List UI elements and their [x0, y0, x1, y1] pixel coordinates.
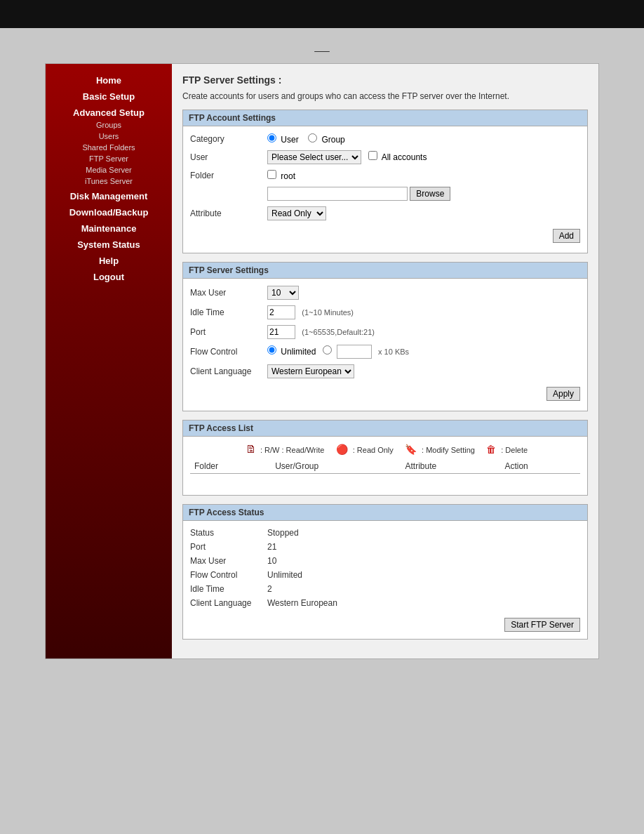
flow-control-control: Unlimited x 10 KBs	[267, 345, 580, 359]
max-user-row: Max User 10 20 50 100	[190, 286, 580, 300]
status-flow-control-label: Flow Control	[190, 570, 267, 580]
header-area	[0, 35, 644, 63]
folder-root-label: root	[281, 171, 295, 181]
status-client-language-label: Client Language	[190, 598, 267, 608]
status-value: Stopped	[267, 528, 299, 538]
max-user-select[interactable]: 10 20 50 100	[267, 286, 299, 300]
col-action: Action	[500, 459, 580, 474]
apply-button[interactable]: Apply	[546, 387, 580, 401]
start-ftp-server-button[interactable]: Start FTP Server	[504, 618, 580, 632]
flow-unlimited-radio[interactable]	[267, 345, 276, 355]
sidebar-item-ftp-server[interactable]: FTP Server	[46, 153, 172, 164]
col-user-group: User/Group	[271, 459, 401, 474]
ftp-server-section: FTP Server Settings Max User 10 20 50 10…	[182, 262, 588, 411]
content-area: FTP Server Settings : Create accounts fo…	[172, 64, 598, 658]
client-language-label: Client Language	[190, 366, 267, 376]
ftp-access-status-header: FTP Access Status	[183, 505, 587, 521]
rw-label: : R/W : Read/Write	[260, 446, 324, 454]
sidebar-item-help[interactable]: Help	[46, 254, 172, 267]
category-control: User Group	[267, 133, 580, 145]
user-select[interactable]: Please Select user...	[267, 150, 361, 164]
ftp-server-header: FTP Server Settings	[183, 263, 587, 279]
browse-button[interactable]: Browse	[410, 187, 450, 201]
add-row: Add	[190, 226, 580, 246]
max-user-label: Max User	[190, 288, 267, 298]
access-table: Folder User/Group Attribute Action	[190, 459, 580, 488]
category-user-label: User	[281, 135, 298, 145]
sidebar-item-logout[interactable]: Logout	[46, 270, 172, 284]
folder-root-checkbox[interactable]	[267, 170, 276, 179]
flow-control-label: Flow Control	[190, 347, 267, 357]
apply-row: Apply	[190, 384, 580, 404]
max-user-control: 10 20 50 100	[267, 286, 580, 300]
port-control: (1~65535,Default:21)	[267, 325, 580, 339]
sidebar-item-users[interactable]: Users	[46, 131, 172, 142]
status-flow-control-row: Flow Control Unlimited	[190, 570, 580, 580]
page-title: FTP Server Settings :	[182, 74, 588, 86]
idle-time-row: Idle Time (1~10 Minutes)	[190, 305, 580, 319]
status-status-row: Status Stopped	[190, 528, 580, 538]
folder-row: Folder root	[190, 170, 580, 181]
all-accounts-checkbox[interactable]	[368, 151, 377, 160]
add-button[interactable]: Add	[553, 229, 580, 243]
del-label: : Delete	[501, 446, 528, 454]
ms-label: : Modify Setting	[422, 446, 475, 454]
main-container: Home Basic Setup Advanced Setup Groups U…	[45, 63, 599, 659]
flow-custom-radio[interactable]	[323, 345, 332, 355]
attribute-select[interactable]: Read Only Read/Write	[267, 206, 326, 220]
sidebar-item-itunes-server[interactable]: iTunes Server	[46, 176, 172, 187]
flow-unit: x 10 KBs	[378, 348, 409, 356]
ftp-access-list-header: FTP Access List	[183, 421, 587, 437]
folder-control: root	[267, 170, 580, 181]
sidebar-item-shared-folders[interactable]: Shared Folders	[46, 142, 172, 153]
top-bar	[0, 0, 644, 28]
rw-icon: 🖺	[246, 444, 255, 455]
category-group-label: Group	[321, 135, 344, 145]
category-user-radio[interactable]	[267, 133, 276, 143]
sidebar-item-disk-management[interactable]: Disk Management	[46, 190, 172, 203]
status-max-user-label: Max User	[190, 556, 267, 566]
sidebar-item-advanced-setup[interactable]: Advanced Setup	[46, 106, 172, 119]
table-row-empty	[190, 474, 580, 489]
status-idle-time-row: Idle Time 2	[190, 584, 580, 594]
page-wrapper: Home Basic Setup Advanced Setup Groups U…	[0, 28, 644, 834]
ftp-account-body: Category User Group User	[183, 126, 587, 253]
client-language-select[interactable]: Western European UTF-8	[267, 364, 354, 378]
ro-icon: 🔴	[336, 444, 348, 455]
status-idle-time-value: 2	[267, 584, 272, 594]
sidebar-item-system-status[interactable]: System Status	[46, 238, 172, 251]
sidebar-item-maintenance[interactable]: Maintenance	[46, 222, 172, 235]
ftp-access-list-body: 🖺 : R/W : Read/Write 🔴 : Read Only 🔖 : M…	[183, 437, 587, 495]
ftp-access-status-section: FTP Access Status Status Stopped Port 21…	[182, 504, 588, 640]
category-group-radio[interactable]	[308, 133, 317, 143]
browse-row: Browse	[267, 187, 580, 201]
col-attribute: Attribute	[401, 459, 501, 474]
client-language-control: Western European UTF-8	[267, 364, 580, 378]
sidebar-item-download-backup[interactable]: Download/Backup	[46, 206, 172, 219]
col-folder: Folder	[190, 459, 271, 474]
idle-time-hint: (1~10 Minutes)	[302, 308, 354, 317]
idle-time-label: Idle Time	[190, 307, 267, 317]
status-idle-time-label: Idle Time	[190, 584, 267, 594]
ro-label: : Read Only	[353, 446, 394, 454]
sidebar-item-groups[interactable]: Groups	[46, 119, 172, 131]
flow-value-input[interactable]	[337, 345, 372, 359]
idle-time-control: (1~10 Minutes)	[267, 305, 580, 319]
ftp-server-body: Max User 10 20 50 100 Idle Time	[183, 279, 587, 411]
port-label: Port	[190, 327, 267, 337]
status-client-language-row: Client Language Western European	[190, 598, 580, 608]
port-hint: (1~65535,Default:21)	[302, 328, 375, 336]
status-label: Status	[190, 528, 267, 538]
sidebar-item-media-server[interactable]: Media Server	[46, 164, 172, 176]
sidebar-item-basic-setup[interactable]: Basic Setup	[46, 90, 172, 103]
port-input[interactable]	[267, 325, 295, 339]
ftp-access-list-section: FTP Access List 🖺 : R/W : Read/Write 🔴 :…	[182, 420, 588, 496]
user-label: User	[190, 152, 267, 162]
attribute-control: Read Only Read/Write	[267, 206, 580, 220]
idle-time-input[interactable]	[267, 305, 295, 319]
browse-input[interactable]	[267, 187, 408, 201]
header-link	[314, 42, 330, 53]
client-language-row: Client Language Western European UTF-8	[190, 364, 580, 378]
sidebar-item-home[interactable]: Home	[46, 74, 172, 87]
flow-control-row: Flow Control Unlimited x 10 KBs	[190, 345, 580, 359]
